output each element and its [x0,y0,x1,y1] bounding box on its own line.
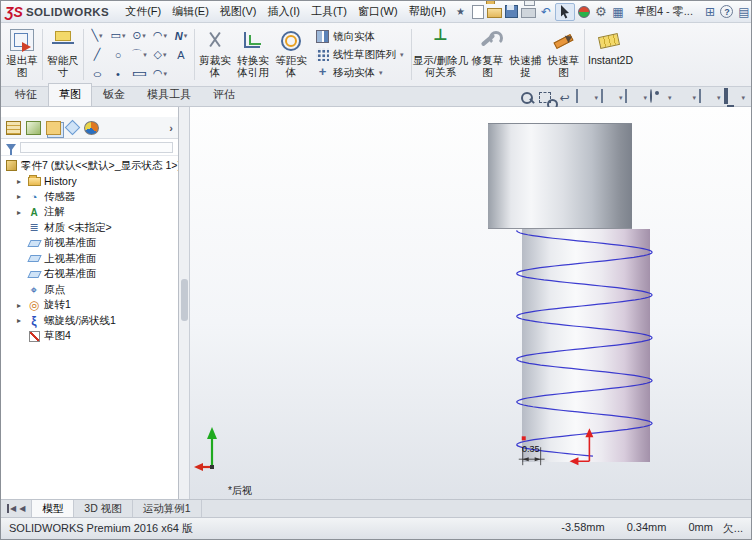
chevron-down-icon[interactable]: ▾ [717,94,721,102]
tree-item-material[interactable]: ≣ 材质 <未指定> [1,220,178,236]
view-settings-icon[interactable] [722,90,739,106]
panel-expand-icon[interactable]: › [169,122,173,134]
model-screw-head[interactable] [488,123,632,229]
select-arrow-icon[interactable] [555,3,575,21]
expander-icon[interactable]: ▸ [17,177,27,186]
task-pane-icon[interactable]: ▤ [736,4,752,19]
menu-window[interactable]: 窗口(W) [353,2,403,21]
hide-show-items-icon[interactable] [649,90,666,106]
menu-insert[interactable]: 插入(I) [263,2,305,21]
linear-sketch-pattern-button[interactable]: 线性草图阵列 ▾ [313,47,407,63]
centerline-tool-icon[interactable]: ╱ [87,45,107,64]
view-orientation-icon[interactable] [600,90,617,106]
configuration-manager-tab[interactable] [46,121,61,135]
tab-features[interactable]: 特征 [4,83,48,106]
line-tool-icon[interactable]: ╲▾ [87,26,107,45]
zoom-area-icon[interactable] [537,90,554,106]
rebuild-icon[interactable] [576,4,592,19]
panel-scrollbar[interactable] [179,107,190,499]
repair-sketch-button[interactable]: 修复草图 [469,25,507,84]
model-cylinder-body[interactable] [522,229,650,462]
tree-item-sketch4[interactable]: 草图4 [1,329,178,345]
filter-input[interactable] [20,142,173,153]
tree-item-right-plane[interactable]: 右视基准面 [1,267,178,283]
pin-menu-icon[interactable]: ★ [456,6,465,17]
tab-model[interactable]: 模型 [32,500,74,517]
ellipse-tool-icon[interactable]: ○ [87,64,107,83]
options-gear-icon[interactable]: ⚙ [593,4,609,19]
perimeter-circle-tool-icon[interactable]: ○ [108,45,128,64]
expander-icon[interactable]: ▸ [17,316,27,325]
previous-tab-icon[interactable]: ◀ [19,504,25,513]
text-tool-icon[interactable]: A [171,45,191,64]
section-view-icon[interactable] [575,90,592,106]
display-style-icon[interactable] [624,90,641,106]
circle-tool-icon[interactable]: ⊙▾ [129,26,149,45]
property-manager-tab[interactable] [26,121,41,135]
menu-tools[interactable]: 工具(T) [306,2,352,21]
chevron-down-icon[interactable]: ▾ [400,51,404,59]
tree-item-history[interactable]: ▸ History [1,174,178,190]
chevron-down-icon[interactable]: ▾ [379,69,383,77]
instant2d-button[interactable]: Instant2D [586,25,636,84]
trim-entities-button[interactable]: 剪裁实体 [196,25,234,84]
tab-3d-views[interactable]: 3D 视图 [74,500,132,517]
expander-icon[interactable]: ▸ [17,301,27,310]
display-manager-tab[interactable] [84,121,99,135]
spline-tool-icon[interactable]: N▾ [171,26,191,45]
offset-entities-button[interactable]: 等距实体 [272,25,310,84]
chevron-down-icon[interactable]: ▾ [741,94,745,102]
print-icon[interactable] [521,4,537,19]
exit-sketch-button[interactable]: 退出草图 [3,25,41,84]
tree-item-origin[interactable]: ⌖ 原点 [1,282,178,298]
scrollbar-thumb[interactable] [181,279,188,321]
rapid-sketch-button[interactable]: 快速草图 [545,25,583,84]
apply-scene-icon[interactable] [698,90,715,106]
undo-icon[interactable]: ↶ [538,4,554,19]
tree-item-sensors[interactable]: ▸ ◔ 传感器 [1,189,178,205]
feature-manager-tab[interactable] [6,121,21,135]
arc-tool-icon[interactable]: ◠▾ [150,26,170,45]
chevron-down-icon[interactable]: ▾ [692,94,696,102]
save-icon[interactable] [504,4,520,19]
slot-tool-icon[interactable]: ▭ [129,64,149,83]
tree-item-helix1[interactable]: ▸ ξ 螺旋线/涡状线1 [1,313,178,329]
expander-icon[interactable]: ▸ [17,192,27,201]
smart-dimension-button[interactable]: 智能尺寸 [44,25,82,84]
tab-scroll-controls[interactable]: ◀ ◀ [1,500,32,517]
zoom-fit-icon[interactable] [518,90,535,106]
tab-motion-study[interactable]: 运动算例1 [133,500,202,517]
tab-sheet-metal[interactable]: 钣金 [92,83,136,106]
expander-icon[interactable]: ▸ [17,208,27,217]
graphics-viewport[interactable]: 0.35 *后视 [190,107,751,499]
polygon-tool-icon[interactable]: ◇▾ [150,45,170,64]
first-tab-icon[interactable]: ◀ [7,504,16,513]
rectangle-tool-icon[interactable]: ▭▾ [108,26,128,45]
move-entities-button[interactable]: + 移动实体 ▾ [313,65,407,81]
dimxpert-manager-tab[interactable] [65,120,81,136]
chevron-down-icon[interactable]: ▾ [643,94,647,102]
menu-edit[interactable]: 编辑(E) [167,2,214,21]
point-tool-icon[interactable]: • [108,64,128,83]
tree-item-revolve1[interactable]: ▸ ◎ 旋转1 [1,298,178,314]
sw-resources-icon[interactable]: ⊞ [702,4,718,19]
menu-view[interactable]: 视图(V) [215,2,262,21]
display-delete-relations-button[interactable]: ⊥ 显示/删除几何关系 [413,25,469,84]
convert-entities-button[interactable]: 转换实体引用 [234,25,272,84]
mirror-entities-button[interactable]: 镜向实体 [313,29,407,45]
tree-item-front-plane[interactable]: 前视基准面 [1,236,178,252]
tangent-arc-tool-icon[interactable]: ⌒▾ [129,45,149,64]
tree-root-part[interactable]: 零件7 (默认<<默认>_显示状态 1>) [1,158,178,174]
tab-mold-tools[interactable]: 模具工具 [136,83,202,106]
previous-view-icon[interactable]: ↩ [556,90,573,106]
chevron-down-icon[interactable]: ▾ [594,94,598,102]
tab-sketch[interactable]: 草图 [48,83,92,106]
dimension-value[interactable]: 0.35 [522,444,540,454]
edit-appearance-icon[interactable] [673,90,690,106]
help-icon[interactable]: ? [719,4,735,19]
chevron-down-icon[interactable]: ▾ [619,94,623,102]
filter-funnel-icon[interactable] [6,144,16,151]
chevron-down-icon[interactable]: ▾ [668,94,672,102]
open-icon[interactable] [487,4,503,19]
new-document-icon[interactable] [470,4,486,19]
